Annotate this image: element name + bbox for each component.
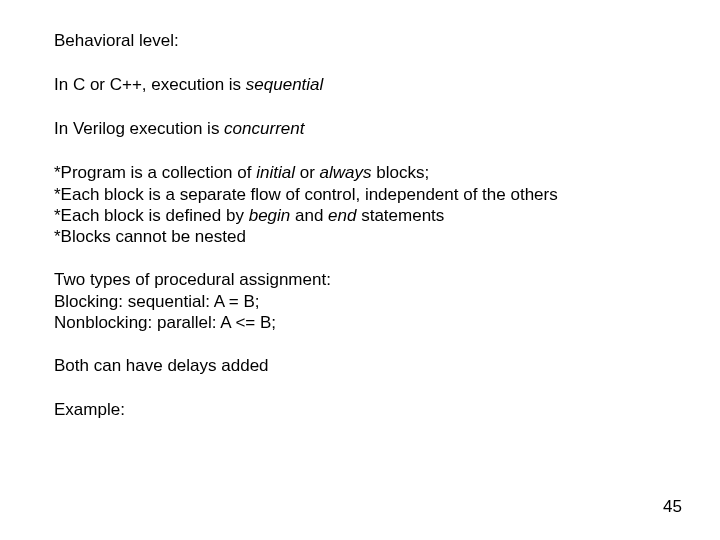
b3-em1: begin	[249, 206, 291, 225]
b1-post: blocks;	[371, 163, 429, 182]
b1-em1: initial	[256, 163, 295, 182]
b3-post: statements	[356, 206, 444, 225]
para1-pre: In C or C++, execution is	[54, 75, 246, 94]
b3-pre: *Each block is defined by	[54, 206, 249, 225]
b3-mid: and	[290, 206, 328, 225]
slide-heading: Behavioral level:	[54, 30, 666, 52]
para1-em: sequential	[246, 75, 324, 94]
bullet-1: *Program is a collection of initial or a…	[54, 162, 666, 183]
b1-pre: *Program is a collection of	[54, 163, 256, 182]
assign-blocking: Blocking: sequential: A = B;	[54, 291, 666, 312]
example-label: Example:	[54, 399, 666, 421]
page-number: 45	[663, 496, 682, 518]
para2-pre: In Verilog execution is	[54, 119, 224, 138]
b1-em2: always	[320, 163, 372, 182]
bullet-2: *Each block is a separate flow of contro…	[54, 184, 666, 205]
bullet-3: *Each block is defined by begin and end …	[54, 205, 666, 226]
b3-em2: end	[328, 206, 356, 225]
assign-nonblocking: Nonblocking: parallel: A <= B;	[54, 312, 666, 333]
delays-note: Both can have delays added	[54, 355, 666, 377]
b1-mid: or	[295, 163, 320, 182]
para2-em: concurrent	[224, 119, 304, 138]
paragraph-c-cpp: In C or C++, execution is sequential	[54, 74, 666, 96]
bullet-4: *Blocks cannot be nested	[54, 226, 666, 247]
assign-intro: Two types of procedural assignment:	[54, 269, 666, 290]
paragraph-verilog: In Verilog execution is concurrent	[54, 118, 666, 140]
